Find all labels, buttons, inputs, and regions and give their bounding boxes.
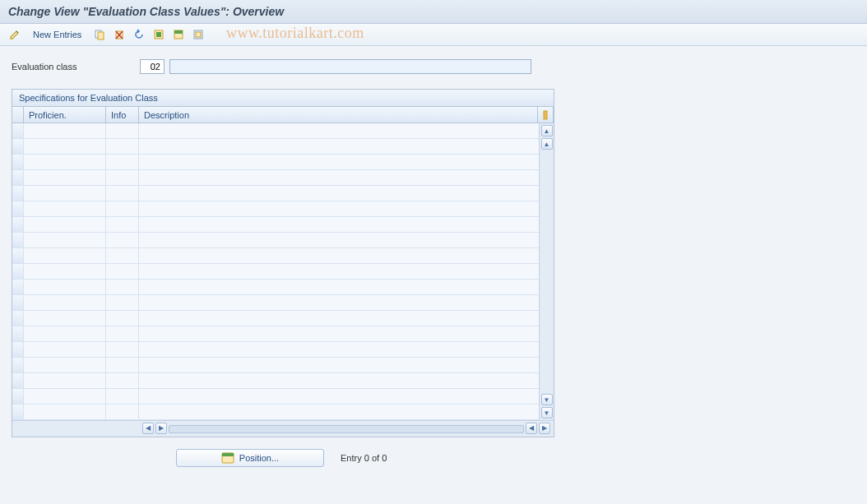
cell-info[interactable]: [106, 123, 139, 138]
row-selector[interactable]: [12, 405, 24, 419]
cell-description[interactable]: [139, 155, 539, 169]
select-block-icon[interactable]: [170, 26, 187, 43]
cell-proficiency[interactable]: [24, 123, 106, 138]
cell-description[interactable]: [139, 389, 539, 404]
scroll-up-step-icon[interactable]: ▲: [541, 138, 553, 150]
cell-proficiency[interactable]: [24, 295, 106, 310]
cell-info[interactable]: [106, 342, 139, 357]
row-selector[interactable]: [12, 373, 24, 388]
row-selector[interactable]: [12, 280, 24, 294]
row-selector[interactable]: [12, 389, 24, 404]
cell-info[interactable]: [106, 170, 139, 185]
cell-description[interactable]: [139, 170, 539, 185]
cell-proficiency[interactable]: [24, 233, 106, 247]
cell-proficiency[interactable]: [24, 311, 106, 326]
cell-proficiency[interactable]: [24, 326, 106, 341]
vertical-scrollbar[interactable]: ▲ ▲ ▼ ▼: [539, 123, 554, 420]
cell-info[interactable]: [106, 186, 139, 201]
cell-proficiency[interactable]: [24, 342, 106, 357]
column-header-proficiency[interactable]: Proficien.: [24, 107, 106, 123]
cell-info[interactable]: [106, 155, 139, 169]
scroll-down-icon[interactable]: ▼: [541, 407, 553, 418]
cell-proficiency[interactable]: [24, 280, 106, 294]
cell-description[interactable]: [139, 139, 539, 154]
hscroll-track[interactable]: [169, 425, 524, 433]
row-selector[interactable]: [12, 233, 24, 247]
scroll-left-step-icon[interactable]: ▶: [155, 423, 167, 434]
cell-info[interactable]: [106, 139, 139, 154]
cell-info[interactable]: [106, 264, 139, 279]
evaluation-class-description-input[interactable]: [169, 59, 531, 74]
row-selector[interactable]: [12, 201, 24, 216]
scroll-left-icon[interactable]: ◀: [142, 423, 154, 434]
select-all-row-header[interactable]: [12, 107, 24, 123]
cell-proficiency[interactable]: [24, 201, 106, 216]
cell-info[interactable]: [106, 248, 139, 263]
cell-info[interactable]: [106, 389, 139, 404]
cell-proficiency[interactable]: [24, 139, 106, 154]
cell-info[interactable]: [106, 217, 139, 232]
toggle-edit-icon[interactable]: [7, 26, 23, 43]
cell-info[interactable]: [106, 201, 139, 216]
column-header-description[interactable]: Description: [139, 107, 537, 123]
copy-icon[interactable]: [91, 26, 108, 43]
row-selector[interactable]: [12, 155, 24, 169]
cell-proficiency[interactable]: [24, 264, 106, 279]
cell-proficiency[interactable]: [24, 248, 106, 263]
cell-proficiency[interactable]: [24, 389, 106, 404]
new-entries-button[interactable]: New Entries: [26, 27, 88, 42]
row-selector[interactable]: [12, 326, 24, 341]
cell-description[interactable]: [139, 373, 539, 388]
row-selector[interactable]: [12, 139, 24, 154]
undo-icon[interactable]: [131, 26, 147, 43]
cell-proficiency[interactable]: [24, 217, 106, 232]
cell-proficiency[interactable]: [24, 155, 106, 169]
cell-proficiency[interactable]: [24, 186, 106, 201]
cell-proficiency[interactable]: [24, 358, 106, 372]
row-selector[interactable]: [12, 217, 24, 232]
position-button[interactable]: Position...: [176, 449, 324, 467]
cell-proficiency[interactable]: [24, 373, 106, 388]
cell-info[interactable]: [106, 405, 139, 419]
select-all-icon[interactable]: [151, 26, 167, 43]
cell-description[interactable]: [139, 342, 539, 357]
scroll-right-step-icon[interactable]: ◀: [526, 423, 537, 434]
row-selector[interactable]: [12, 342, 24, 357]
cell-description[interactable]: [139, 233, 539, 247]
row-selector[interactable]: [12, 295, 24, 310]
cell-description[interactable]: [139, 217, 539, 232]
cell-info[interactable]: [106, 373, 139, 388]
cell-description[interactable]: [139, 201, 539, 216]
cell-info[interactable]: [106, 280, 139, 294]
cell-description[interactable]: [139, 311, 539, 326]
cell-info[interactable]: [106, 326, 139, 341]
evaluation-class-input[interactable]: [140, 59, 165, 74]
cell-description[interactable]: [139, 295, 539, 310]
scroll-up-icon[interactable]: ▲: [541, 125, 553, 136]
cell-proficiency[interactable]: [24, 405, 106, 419]
deselect-all-icon[interactable]: [190, 26, 206, 43]
cell-proficiency[interactable]: [24, 170, 106, 185]
cell-info[interactable]: [106, 311, 139, 326]
row-selector[interactable]: [12, 358, 24, 372]
cell-description[interactable]: [139, 405, 539, 419]
cell-description[interactable]: [139, 123, 539, 138]
cell-description[interactable]: [139, 280, 539, 294]
cell-description[interactable]: [139, 358, 539, 372]
row-selector[interactable]: [12, 170, 24, 185]
cell-info[interactable]: [106, 358, 139, 372]
column-header-info[interactable]: Info: [106, 107, 139, 123]
scroll-down-step-icon[interactable]: ▼: [541, 394, 553, 405]
delete-icon[interactable]: [111, 26, 128, 43]
cell-info[interactable]: [106, 295, 139, 310]
cell-info[interactable]: [106, 233, 139, 247]
row-selector[interactable]: [12, 123, 24, 138]
row-selector[interactable]: [12, 264, 24, 279]
cell-description[interactable]: [139, 326, 539, 341]
horizontal-scrollbar[interactable]: ◀ ▶ ◀ ▶: [139, 423, 554, 436]
cell-description[interactable]: [139, 264, 539, 279]
cell-description[interactable]: [139, 248, 539, 263]
row-selector[interactable]: [12, 186, 24, 201]
table-configure-icon[interactable]: [537, 107, 554, 123]
row-selector[interactable]: [12, 311, 24, 326]
